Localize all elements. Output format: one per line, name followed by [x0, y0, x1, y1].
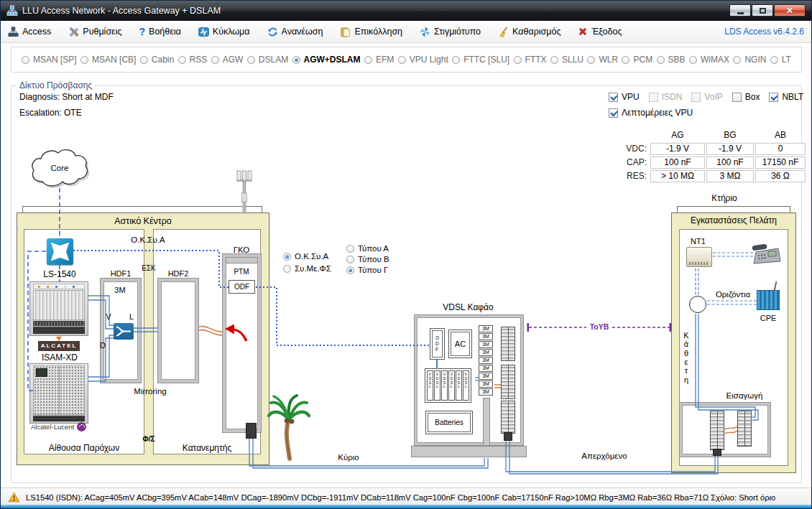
mode-option[interactable]: WiMAX: [689, 55, 729, 65]
row-label: RES:: [623, 170, 649, 182]
mode-option[interactable]: WLR: [587, 55, 618, 65]
toolbar-refresh-button[interactable]: Ανανέωση: [267, 27, 323, 37]
mode-option[interactable]: FTTX: [514, 55, 547, 65]
radio-icon: [211, 56, 219, 64]
mode-option-label: MSAN [CB]: [92, 55, 136, 65]
toolbar-paste-label: Επικόλληση: [354, 27, 402, 37]
filter-checkbox[interactable]: NBLT: [769, 92, 803, 102]
tools-icon: [68, 27, 79, 37]
status-message: LS1540 (ISDN): ACag=405mV ACbg=395mV ACa…: [26, 493, 775, 502]
maximize-button[interactable]: [752, 4, 773, 17]
cabinet-type-option[interactable]: Τύπου Γ: [346, 266, 389, 274]
toolbar-circuit-label: Κύκλωμα: [213, 27, 250, 37]
cabinet-type-option[interactable]: Τύπου Β: [346, 255, 389, 263]
filter-checkbox[interactable]: Λεπτομέρειες VPU: [609, 108, 693, 118]
radio-icon: [283, 253, 291, 261]
mode-option[interactable]: Cabin: [140, 55, 174, 65]
toolbar-exit-button[interactable]: Έξοδος: [578, 27, 622, 37]
m3-slot: 3M: [479, 325, 493, 332]
line-type-selector: Ο.Κ.Συ.Α Συ.Με.ΦΣ: [283, 252, 331, 276]
terminal-block: [501, 327, 515, 361]
filter-checkbox[interactable]: Box: [732, 92, 760, 102]
toolbar-settings-button[interactable]: Ρυθμίσεις: [68, 27, 121, 37]
radio-icon: [292, 56, 300, 64]
mode-option-label: AGW: [223, 55, 244, 65]
toolbar-help-button[interactable]: ? Βοήθεια: [139, 26, 181, 37]
measurement-cell: 0: [755, 143, 806, 155]
refresh-icon: [267, 27, 278, 37]
radio-icon: [346, 266, 354, 274]
measurement-cell: > 10 MΩ: [650, 170, 705, 182]
mirroring-label: Mirroring: [120, 387, 180, 396]
toolbar-access-button[interactable]: Access: [8, 27, 51, 37]
switch-arrows-icon: [47, 238, 73, 265]
main-toolbar: Access Ρυθμίσεις ? Βοήθεια Κύκλωμα: [1, 21, 811, 43]
filter-label: ISDN: [662, 92, 683, 102]
minimize-button[interactable]: [729, 4, 751, 17]
filter-checkbox[interactable]: VPU: [609, 92, 640, 102]
window-bottom-border: [1, 505, 811, 508]
toolbar-access-label: Access: [22, 27, 51, 37]
filter-checkbox[interactable]: ISDN: [649, 92, 683, 102]
filter-checkbox-row: VPU ISDN VoIP Box NBLT: [609, 92, 803, 102]
radio-icon: [587, 56, 595, 64]
toolbar-exit-label: Έξοδος: [591, 27, 622, 37]
mode-option[interactable]: PCM: [622, 55, 652, 65]
filter-checkbox[interactable]: VoIP: [691, 92, 722, 102]
mode-option[interactable]: RSS: [178, 55, 208, 65]
m3-slot: 3M: [479, 357, 493, 364]
mode-option-label: SBB: [668, 55, 686, 65]
shelf-cards-perforated: [33, 365, 85, 415]
shelf-vent: [33, 327, 85, 334]
line-type-option[interactable]: Συ.Με.ΦΣ: [283, 264, 331, 273]
toolbar-refresh-label: Ανανέωση: [282, 27, 323, 37]
mode-option[interactable]: SBB: [657, 55, 686, 65]
mode-option[interactable]: DSLAM: [247, 55, 288, 65]
filter-label: Box: [745, 92, 760, 102]
mode-option[interactable]: AGW+DSLAM: [292, 55, 361, 65]
entry-terminal-block: [737, 411, 752, 447]
mode-option-label: WiMAX: [701, 55, 729, 65]
ptm-label: PTM: [226, 268, 257, 276]
mode-option[interactable]: LT: [770, 55, 791, 65]
mode-option[interactable]: MSAN [CB]: [80, 55, 136, 65]
cabinet-ac-box: AC: [448, 330, 472, 358]
measurement-cell: 36 Ω: [755, 170, 806, 182]
mode-option[interactable]: MSAN [SP]: [22, 55, 77, 65]
mode-option[interactable]: EFM: [364, 55, 394, 65]
measurement-cell: 100 nF: [706, 157, 754, 169]
mode-option[interactable]: AGW: [211, 55, 244, 65]
radio-icon: [550, 56, 558, 64]
radio-icon: [514, 56, 522, 64]
toolbar-paste-button[interactable]: Επικόλληση: [340, 27, 402, 37]
radio-icon: [22, 56, 29, 64]
mode-option[interactable]: VPU Light: [398, 55, 448, 65]
m3-slot: 3M: [479, 333, 493, 340]
radio-icon: [770, 56, 778, 64]
toolbar-snapshot-button[interactable]: Στιγμιότυπο: [420, 27, 481, 37]
radio-icon: [140, 56, 148, 64]
mode-option[interactable]: FTTC [SLU]: [452, 55, 509, 65]
m3-stack-post: [483, 398, 490, 446]
mode-option[interactable]: SLLU: [550, 55, 583, 65]
status-bar: LS1540 (ISDN): ACag=405mV ACbg=395mV ACa…: [1, 487, 811, 506]
shelf-connectors: [33, 321, 85, 326]
isam-xd-shelf-image: [29, 363, 88, 424]
gko-cable-connector: [246, 423, 257, 439]
vdsl-card: V D S L: [427, 370, 433, 401]
cabinet-type-option[interactable]: Τύπου Α: [346, 244, 389, 253]
title-bar[interactable]: LLU Access Network - Access Gateway + DS…: [1, 1, 811, 21]
help-icon: ?: [139, 26, 146, 37]
app-window: LLU Access Network - Access Gateway + DS…: [0, 0, 812, 509]
mode-option[interactable]: NGIN: [733, 55, 766, 65]
toolbar-circuit-button[interactable]: Κύκλωμα: [198, 27, 250, 37]
toolbar-clean-button[interactable]: Καθαρισμός: [498, 27, 560, 37]
gko-odf-box: ODF: [229, 280, 255, 294]
checkbox-icon: [609, 93, 618, 102]
column-header: AG: [650, 129, 705, 141]
snapshot-pinwheel-icon: [420, 27, 430, 37]
close-button[interactable]: ✕: [774, 4, 806, 17]
shelf-vent: [33, 416, 85, 421]
line-type-option[interactable]: Ο.Κ.Συ.Α: [283, 252, 331, 261]
radio-icon: [346, 256, 354, 263]
